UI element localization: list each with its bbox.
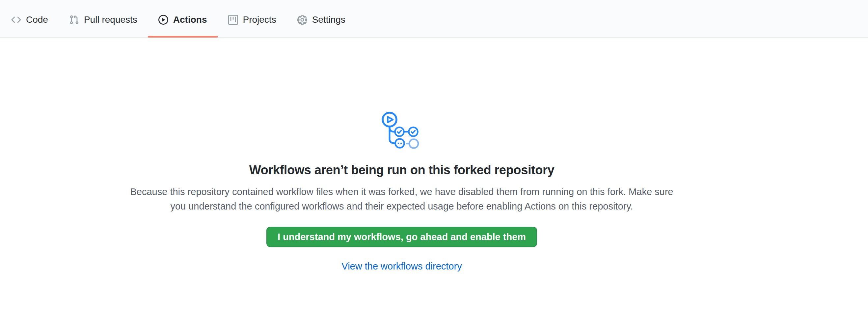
blankslate-description: Because this repository contained workfl… [125,185,678,214]
tab-label: Code [26,15,48,24]
blankslate-heading: Workflows aren’t being run on this forke… [68,163,735,177]
tab-label: Pull requests [84,15,137,24]
repo-nav: Code Pull requests Actions Projects Sett… [0,0,868,37]
project-board-icon [228,15,238,25]
view-workflows-directory-link[interactable]: View the workflows directory [341,261,462,272]
tab-projects[interactable]: Projects [218,0,287,37]
active-tab-underline [148,36,218,37]
tab-settings[interactable]: Settings [287,0,356,37]
tab-label: Settings [312,15,345,24]
actions-blankslate: Workflows aren’t being run on this forke… [0,111,868,272]
tab-label: Projects [243,15,276,24]
enable-workflows-button[interactable]: I understand my workflows, go ahead and … [267,227,537,247]
code-icon [11,15,21,25]
workflow-graph-icon [381,111,423,151]
tab-label: Actions [173,15,207,24]
gear-icon [297,15,307,25]
git-pull-request-icon [69,15,79,25]
tab-actions[interactable]: Actions [148,0,218,37]
tab-code[interactable]: Code [1,0,59,37]
tab-pull-requests[interactable]: Pull requests [59,0,148,37]
play-circle-icon [158,15,168,25]
